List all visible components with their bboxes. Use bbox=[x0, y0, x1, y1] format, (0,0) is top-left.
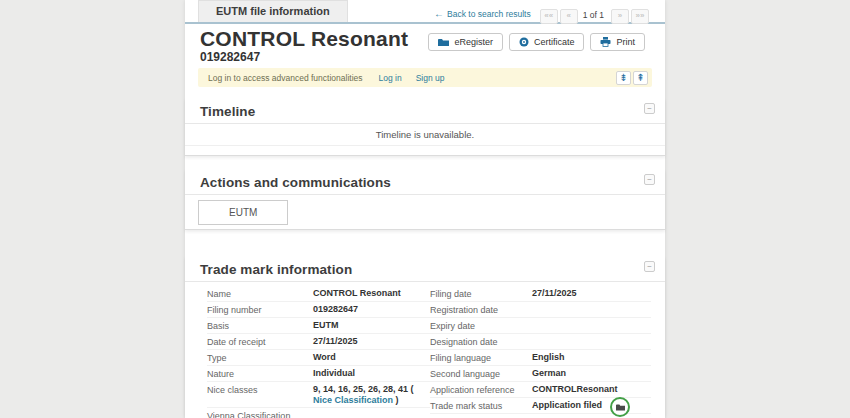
field-label: Filing language bbox=[430, 352, 532, 364]
action-buttons: eRegister Certificate Print bbox=[428, 33, 645, 51]
pagination-last-button[interactable]: »» bbox=[631, 9, 649, 24]
collapse-all-button[interactable]: ⇞ bbox=[633, 71, 648, 85]
actions-communications-title: Actions and communications bbox=[200, 175, 391, 190]
field-label: Nature bbox=[207, 368, 313, 380]
pagination: «««1 of 1»»» bbox=[538, 4, 649, 24]
field-row: Expiry date bbox=[430, 318, 651, 334]
field-row: Filing languageEnglish bbox=[430, 350, 651, 366]
pagination-first-button[interactable]: «« bbox=[540, 9, 558, 24]
field-label: Name bbox=[207, 288, 313, 300]
field-label: Designation date bbox=[430, 336, 532, 348]
field-label: Vienna Classification bbox=[207, 410, 313, 418]
field-label: Second language bbox=[430, 368, 532, 380]
timeline-empty-message: Timeline is unavailable. bbox=[185, 124, 665, 146]
eutm-file-page: { "page": { "tab_label": "EUTM file info… bbox=[0, 0, 850, 418]
expand-collapse-tools: ⇟ ⇞ bbox=[616, 71, 648, 85]
field-row: Second languageGerman bbox=[430, 366, 651, 382]
trademark-information-header: Trade mark information − bbox=[185, 256, 665, 282]
field-label: Nice classes bbox=[207, 384, 313, 396]
timeline-header: Timeline − bbox=[185, 98, 665, 124]
expand-all-icon: ⇟ bbox=[619, 73, 627, 83]
eregister-button[interactable]: eRegister bbox=[428, 33, 503, 51]
field-row: BasisEUTM bbox=[207, 318, 430, 334]
field-value: CONTROL Resonant bbox=[313, 288, 430, 299]
login-bar-message: Log in to access advanced functionalitie… bbox=[208, 73, 363, 83]
section-timeline: Timeline − Timeline is unavailable. bbox=[185, 98, 665, 156]
back-link-label: Back to search results bbox=[447, 9, 531, 19]
eregister-label: eRegister bbox=[454, 37, 493, 47]
expand-all-button[interactable]: ⇟ bbox=[616, 71, 631, 85]
trademark-info-left-column: NameCONTROL ResonantFiling number0192826… bbox=[207, 286, 430, 418]
actions-communications-header: Actions and communications − bbox=[185, 169, 665, 195]
pagination-prev-button[interactable]: « bbox=[560, 9, 578, 24]
trademark-info-right-column: Filing date27/11/2025Registration date E… bbox=[430, 286, 651, 418]
application-number: 019282647 bbox=[200, 50, 408, 64]
title-block: CONTROL Resonant 019282647 bbox=[200, 27, 408, 64]
timeline-title: Timeline bbox=[200, 104, 255, 119]
field-row: Registration date bbox=[430, 302, 651, 318]
field-row: TypeWord bbox=[207, 350, 430, 366]
actions-communications-body: EUTM bbox=[185, 195, 665, 229]
field-value: 019282647 bbox=[313, 304, 430, 315]
field-value: EUTM bbox=[313, 320, 430, 331]
section-actions-communications: Actions and communications − EUTM bbox=[185, 169, 665, 230]
page-title: CONTROL Resonant bbox=[200, 27, 408, 50]
print-button[interactable]: Print bbox=[590, 33, 645, 51]
field-label: Application reference bbox=[430, 384, 532, 396]
field-row: NatureIndividual bbox=[207, 366, 430, 382]
field-value bbox=[313, 410, 430, 418]
signup-link[interactable]: Sign up bbox=[416, 73, 445, 83]
pagination-label: 1 of 1 bbox=[583, 10, 604, 20]
field-value bbox=[532, 304, 651, 315]
field-label: Filing date bbox=[430, 288, 532, 300]
field-label: Basis bbox=[207, 320, 313, 332]
back-arrow-icon: ← bbox=[434, 10, 444, 18]
nice-classification-link[interactable]: Nice Classification bbox=[313, 395, 396, 405]
field-value: English bbox=[532, 352, 651, 363]
field-value: 9, 14, 16, 25, 26, 28, 41 ( Nice Classif… bbox=[313, 384, 430, 406]
back-to-search-results-link[interactable]: ← Back to search results bbox=[434, 9, 531, 19]
print-label: Print bbox=[616, 37, 635, 47]
field-value: Individual bbox=[313, 368, 430, 379]
field-label: Expiry date bbox=[430, 320, 532, 332]
main-content-panel: EUTM file information ← Back to search r… bbox=[185, 0, 665, 418]
collapse-all-icon: ⇞ bbox=[636, 73, 644, 83]
pagination-next-button[interactable]: » bbox=[611, 9, 629, 24]
field-value: CONTROLResonant bbox=[532, 384, 651, 395]
field-value: Word bbox=[313, 352, 430, 363]
field-value bbox=[532, 320, 651, 331]
field-row: Filing date27/11/2025 bbox=[430, 286, 651, 302]
tab-eutm-file-information[interactable]: EUTM file information bbox=[198, 0, 348, 22]
sections-container: Timeline − Timeline is unavailable. Acti… bbox=[185, 98, 665, 418]
certificate-seal-icon bbox=[519, 37, 529, 47]
field-label: Date of receipt bbox=[207, 336, 313, 348]
field-label: Registration date bbox=[430, 304, 532, 316]
top-navigation: ← Back to search results «««1 of 1»»» bbox=[434, 4, 649, 24]
trademark-information-collapse-button[interactable]: − bbox=[644, 261, 655, 272]
login-link[interactable]: Log in bbox=[379, 73, 402, 83]
field-label: Trade mark status bbox=[430, 400, 532, 412]
timeline-collapse-button[interactable]: − bbox=[644, 103, 655, 114]
field-value: 27/11/2025 bbox=[313, 336, 430, 347]
field-row: NameCONTROL Resonant bbox=[207, 286, 430, 302]
printer-icon bbox=[600, 37, 611, 47]
field-row: Vienna Classification bbox=[207, 408, 430, 418]
field-label: Type bbox=[207, 352, 313, 364]
field-row: Trade mark statusApplication filed bbox=[430, 398, 651, 414]
tab-eutm[interactable]: EUTM bbox=[198, 200, 288, 225]
section-trademark-information: Trade mark information − NameCONTROL Res… bbox=[185, 256, 665, 418]
certificate-label: Certificate bbox=[534, 37, 575, 47]
trademark-info-table: NameCONTROL ResonantFiling number0192826… bbox=[185, 282, 665, 418]
folder-icon bbox=[438, 38, 449, 47]
field-row: Designation date bbox=[430, 334, 651, 350]
certificate-button[interactable]: Certificate bbox=[509, 33, 585, 51]
status-folder-icon bbox=[610, 397, 630, 417]
field-value: 27/11/2025 bbox=[532, 288, 651, 299]
field-row: Filing number019282647 bbox=[207, 302, 430, 318]
actions-communications-collapse-button[interactable]: − bbox=[644, 174, 655, 185]
field-value: Application filed bbox=[532, 400, 651, 411]
field-label: Filing number bbox=[207, 304, 313, 316]
field-row: Date of receipt27/11/2025 bbox=[207, 334, 430, 350]
trademark-information-title: Trade mark information bbox=[200, 262, 352, 277]
login-bar: Log in to access advanced functionalitie… bbox=[198, 68, 652, 87]
